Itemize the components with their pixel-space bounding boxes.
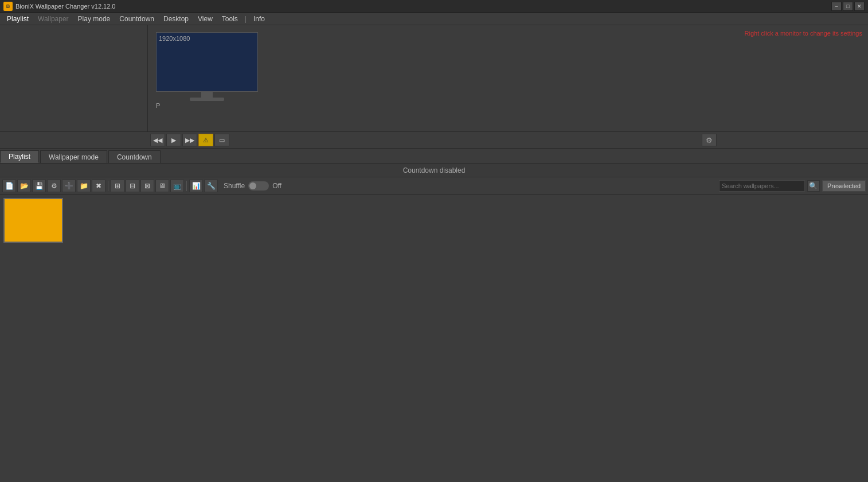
search-input[interactable]: [719, 180, 805, 192]
menubar: Playlist Wallpaper Play mode Countdown D…: [0, 13, 868, 25]
menu-playlist[interactable]: Playlist: [2, 13, 33, 25]
menu-playmode[interactable]: Play mode: [73, 13, 115, 25]
settings-btn[interactable]: ⚙: [702, 134, 717, 146]
view-monitor1-btn[interactable]: 🖥: [155, 180, 169, 192]
monitor-resolution: 1920x1080: [159, 35, 190, 42]
next-next-btn[interactable]: ▶▶: [182, 134, 197, 146]
view-thumb2-btn[interactable]: ⊟: [126, 180, 139, 192]
shuffle-label: Shuffle: [224, 182, 245, 190]
hint-text: Right click a monitor to change its sett…: [745, 30, 862, 37]
countdown-text: Countdown disabled: [403, 166, 466, 174]
play-btn[interactable]: ▶: [166, 134, 181, 146]
tab-bar: Playlist Wallpaper mode Countdown: [0, 149, 868, 164]
shuffle-area: Shuffle Off: [224, 181, 281, 191]
left-panel: [0, 25, 148, 131]
save-playlist-btn[interactable]: 💾: [32, 180, 46, 192]
menu-tools[interactable]: Tools: [217, 13, 243, 25]
open-playlist-btn[interactable]: 📂: [17, 180, 31, 192]
monitor-btn[interactable]: ▭: [214, 134, 229, 146]
view-monitor2-btn[interactable]: 📺: [170, 180, 184, 192]
shuffle-off-label: Off: [272, 182, 281, 190]
add-files-btn[interactable]: ➕: [62, 180, 76, 192]
view-thumb3-btn[interactable]: ⊠: [140, 180, 154, 192]
tab-playlist[interactable]: Playlist: [0, 150, 39, 163]
main-content: [0, 195, 868, 482]
toolbar: 📄 📂 💾 ⚙ ➕ 📁 ✖ ⊞ ⊟ ⊠ 🖥 📺 📊 🔧 Shuffle Off …: [0, 177, 868, 195]
monitor-area: Right click a monitor to change its sett…: [148, 25, 868, 131]
countdown-bar: Countdown disabled: [0, 164, 868, 177]
thumbnail-item[interactable]: [3, 198, 63, 243]
tab-wallpaper-mode[interactable]: Wallpaper mode: [40, 150, 107, 163]
transport-right: ⚙: [702, 134, 720, 146]
titlebar-controls: – □ ✕: [831, 2, 865, 11]
delete-btn[interactable]: ✖: [92, 180, 105, 192]
menu-view[interactable]: View: [193, 13, 217, 25]
transport-bar: ◀◀ ▶ ▶▶ ⚠ ▭ ⚙: [0, 131, 868, 149]
search-btn[interactable]: 🔍: [807, 180, 820, 192]
tools-btn[interactable]: 🔧: [204, 180, 218, 192]
minimize-btn[interactable]: –: [831, 2, 842, 11]
toolbar-sep1: [108, 181, 108, 191]
maximize-btn[interactable]: □: [843, 2, 853, 11]
titlebar-title: BioniX Wallpaper Changer v12.12.0: [15, 3, 831, 10]
stats-btn[interactable]: 📊: [189, 180, 203, 192]
config-btn[interactable]: ⚙: [47, 180, 61, 192]
tab-countdown[interactable]: Countdown: [108, 150, 161, 163]
content-wrapper: Playlist Wallpaper mode Countdown Countd…: [0, 149, 868, 482]
preselected-btn[interactable]: Preselected: [822, 180, 866, 192]
shuffle-toggle[interactable]: [248, 181, 269, 191]
monitor-screen[interactable]: 1920x1080: [156, 32, 258, 92]
menu-countdown[interactable]: Countdown: [115, 13, 159, 25]
toolbar-sep2: [186, 181, 187, 191]
monitor-stand-base: [190, 98, 224, 101]
monitor-p-label: P: [156, 102, 160, 109]
prev-prev-btn[interactable]: ◀◀: [150, 134, 165, 146]
search-area: 🔍 Preselected: [719, 180, 866, 192]
warning-btn[interactable]: ⚠: [198, 134, 213, 146]
menu-sep: |: [243, 15, 249, 23]
shuffle-knob: [249, 182, 256, 189]
close-btn[interactable]: ✕: [854, 2, 865, 11]
thumbnail-area: [0, 195, 868, 246]
app-icon: B: [3, 2, 13, 11]
add-folder-btn[interactable]: 📁: [77, 180, 91, 192]
view-thumb1-btn[interactable]: ⊞: [111, 180, 124, 192]
preview-area: Right click a monitor to change its sett…: [0, 25, 868, 131]
transport-controls: ◀◀ ▶ ▶▶ ⚠ ▭: [148, 134, 702, 146]
menu-wallpaper[interactable]: Wallpaper: [33, 13, 73, 25]
monitor-container: 1920x1080: [156, 32, 258, 101]
menu-desktop[interactable]: Desktop: [159, 13, 193, 25]
monitor-stand-top: [201, 92, 213, 98]
new-playlist-btn[interactable]: 📄: [2, 180, 16, 192]
titlebar: B BioniX Wallpaper Changer v12.12.0 – □ …: [0, 0, 868, 13]
menu-info[interactable]: Info: [249, 13, 269, 25]
